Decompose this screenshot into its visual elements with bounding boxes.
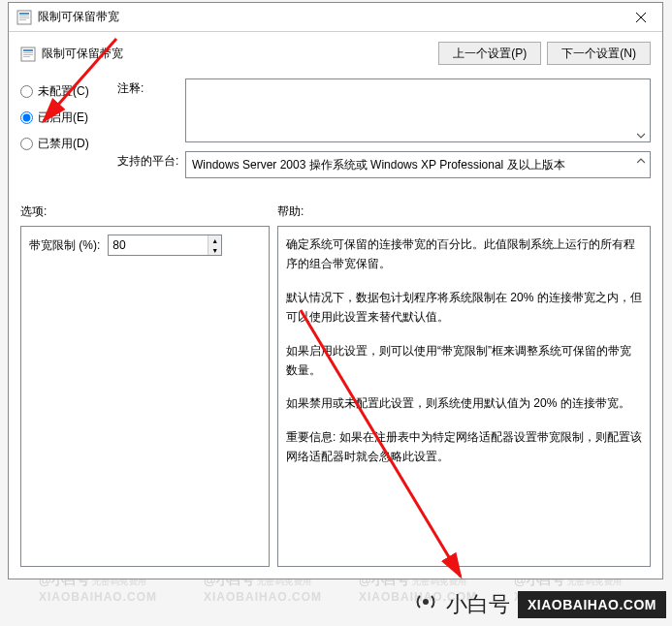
help-paragraph: 确定系统可保留的连接带宽的百分比。此值限制系统上运行的所有程序的组合带宽保留。 (286, 235, 642, 274)
supported-platform-text: Windows Server 2003 操作系统或 Windows XP Pro… (185, 151, 651, 178)
radio-not-configured-label: 未配置(C) (38, 83, 89, 100)
radio-disabled[interactable]: 已禁用(D) (20, 136, 117, 152)
close-icon (636, 13, 646, 22)
svg-rect-9 (23, 52, 33, 53)
help-paragraph: 如果启用此设置，则可以使用“带宽限制”框来调整系统可保留的带宽数量。 (286, 341, 642, 381)
svg-rect-10 (23, 54, 33, 55)
svg-rect-8 (23, 49, 33, 51)
window-body: 限制可保留带宽 上一个设置(P) 下一个设置(N) 未配置(C) 已启用(E) … (9, 32, 662, 579)
help-paragraph: 默认情况下，数据包计划程序将系统限制在 20% 的连接带宽之内，但可以使用此设置… (286, 288, 642, 328)
scroll-up-icon[interactable] (633, 153, 649, 169)
state-radio-group: 未配置(C) 已启用(E) 已禁用(D) (20, 78, 117, 178)
help-panel: 确定系统可保留的连接带宽的百分比。此值限制系统上运行的所有程序的组合带宽保留。 … (277, 226, 651, 567)
policy-name-text: 限制可保留带宽 (42, 46, 123, 62)
svg-rect-1 (19, 13, 29, 15)
svg-rect-2 (19, 16, 29, 16)
section-labels-row: 选项: 帮助: (20, 203, 651, 220)
bandwidth-limit-input[interactable] (109, 235, 208, 255)
bandwidth-limit-label: 带宽限制 (%): (29, 237, 100, 254)
brand-domain-box: XIAOBAIHAO.COM (518, 591, 666, 618)
help-text: 确定系统可保留的连接带宽的百分比。此值限制系统上运行的所有程序的组合带宽保留。 … (286, 235, 642, 481)
svg-point-14 (423, 599, 429, 605)
svg-rect-3 (19, 17, 29, 18)
policy-name-label: 限制可保留带宽 (20, 42, 123, 62)
radio-disabled-label: 已禁用(D) (38, 136, 89, 152)
window-close-button[interactable] (620, 3, 662, 32)
help-paragraph: 如果禁用或未配置此设置，则系统使用默认值为 20% 的连接带宽。 (286, 393, 642, 413)
help-section-label: 帮助: (277, 203, 304, 220)
radio-enabled[interactable]: 已启用(E) (20, 110, 117, 126)
radio-disabled-input[interactable] (20, 138, 33, 150)
svg-rect-11 (23, 56, 30, 57)
next-setting-button[interactable]: 下一个设置(N) (547, 42, 651, 65)
radio-enabled-label: 已启用(E) (38, 110, 88, 126)
help-paragraph: 重要信息: 如果在注册表中为特定网络适配器设置带宽限制，则配置该网络适配器时就会… (286, 427, 642, 467)
platform-label: 支持的平台: (117, 151, 185, 178)
radio-enabled-input[interactable] (20, 111, 33, 124)
config-row: 未配置(C) 已启用(E) 已禁用(D) 注释: (20, 78, 651, 178)
spinner-up-button[interactable]: ▲ (208, 235, 221, 245)
window-title: 限制可保留带宽 (38, 9, 620, 25)
policy-sheet-icon (20, 47, 36, 62)
policy-sheet-icon (16, 10, 32, 25)
options-panel: 带宽限制 (%): ▲ ▼ (20, 226, 270, 567)
comment-label: 注释: (117, 78, 185, 145)
panels-row: 带宽限制 (%): ▲ ▼ 确定系统可保留的连接带宽的百分比。此值限制系统上运行… (20, 226, 651, 567)
radio-not-configured-input[interactable] (20, 85, 33, 98)
options-section-label: 选项: (20, 203, 277, 220)
brand-broadcast-icon (413, 589, 438, 620)
spinner-down-button[interactable]: ▼ (208, 245, 221, 255)
brand-cn-text: 小白号 (446, 590, 510, 619)
bandwidth-limit-row: 带宽限制 (%): ▲ ▼ (29, 235, 261, 256)
bandwidth-limit-spinner[interactable]: ▲ ▼ (108, 235, 222, 256)
policy-window: 限制可保留带宽 限制可保留带宽 (8, 2, 663, 579)
scroll-down-icon[interactable] (633, 128, 649, 143)
svg-rect-4 (19, 19, 26, 20)
footer-brand: 小白号 XIAOBAIHAO.COM (413, 589, 666, 620)
comment-input[interactable] (185, 78, 651, 142)
prev-setting-button[interactable]: 上一个设置(P) (438, 42, 541, 65)
radio-not-configured[interactable]: 未配置(C) (20, 83, 117, 100)
header-row: 限制可保留带宽 上一个设置(P) 下一个设置(N) (20, 42, 651, 65)
titlebar: 限制可保留带宽 (9, 3, 662, 32)
